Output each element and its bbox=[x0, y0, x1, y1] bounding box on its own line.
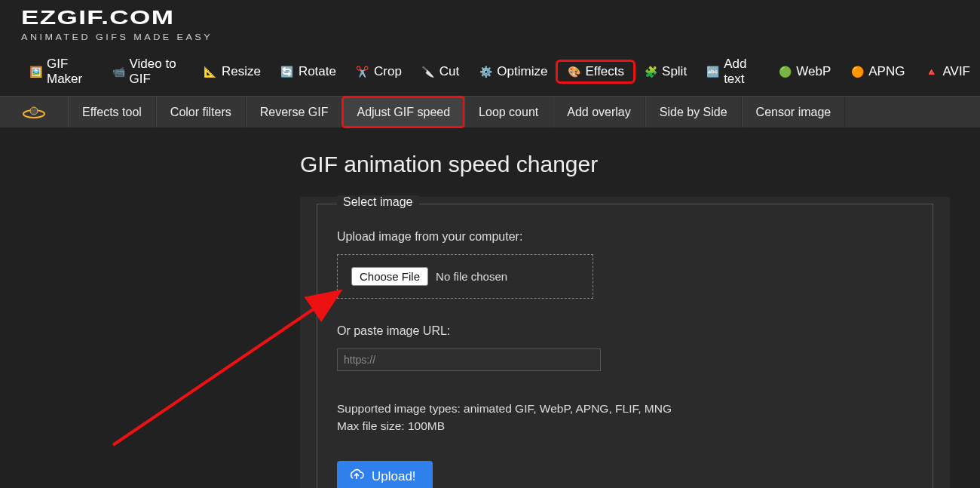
effects-icon: 🎨 bbox=[567, 65, 580, 78]
tab-add-overlay[interactable]: Add overlay bbox=[553, 97, 645, 127]
nav-item-label: Rotate bbox=[299, 64, 336, 79]
nav-item-crop[interactable]: ✂️Crop bbox=[346, 61, 412, 82]
supported-types: Supported image types: animated GIF, Web… bbox=[337, 400, 913, 417]
crop-icon: ✂️ bbox=[356, 65, 369, 78]
nav-item-label: GIF Maker bbox=[47, 57, 93, 87]
tab-censor-image[interactable]: Censor image bbox=[742, 97, 846, 127]
nav-item-effects[interactable]: 🎨Effects bbox=[557, 61, 634, 82]
file-status: No file chosen bbox=[436, 270, 507, 283]
secondary-nav: Effects toolColor filtersReverse GIFAdju… bbox=[0, 96, 980, 127]
nav-item-webp[interactable]: 🟢WebP bbox=[768, 61, 841, 82]
nav-item-label: Add text bbox=[724, 57, 758, 87]
svg-point-1 bbox=[30, 107, 38, 115]
url-label: Or paste image URL: bbox=[337, 324, 913, 338]
nav-item-label: Optimize bbox=[497, 64, 547, 79]
nav-item-cut[interactable]: 🔪Cut bbox=[412, 61, 469, 82]
split-icon: 🧩 bbox=[644, 65, 657, 78]
form-panel: Select image Upload image from your comp… bbox=[300, 197, 950, 488]
choose-file-button[interactable]: Choose File bbox=[351, 267, 428, 286]
wand-icon bbox=[0, 97, 68, 127]
nav-item-avif[interactable]: 🔺AVIF bbox=[914, 61, 980, 82]
nav-item-add-text[interactable]: 🔤Add text bbox=[697, 54, 768, 90]
brand-header: EZGIF.COM ANIMATED GIFS MADE EASY bbox=[0, 0, 980, 48]
nav-item-split[interactable]: 🧩Split bbox=[634, 61, 697, 82]
webp-icon: 🟢 bbox=[778, 65, 792, 78]
url-input[interactable] bbox=[337, 348, 601, 371]
nav-item-label: WebP bbox=[796, 64, 831, 79]
nav-item-gif-maker[interactable]: 🖼️GIF Maker bbox=[20, 54, 103, 90]
tab-reverse-gif[interactable]: Reverse GIF bbox=[246, 97, 343, 127]
primary-nav: 🖼️GIF Maker📹Video to GIF📐Resize🔄Rotate✂️… bbox=[0, 48, 980, 96]
avif-icon: 🔺 bbox=[924, 65, 938, 78]
max-file-size: Max file size: 100MB bbox=[337, 417, 913, 434]
nav-item-rotate[interactable]: 🔄Rotate bbox=[271, 61, 346, 82]
brand-subtitle: ANIMATED GIFS MADE EASY bbox=[21, 32, 213, 41]
nav-item-label: APNG bbox=[868, 64, 905, 79]
tab-side-by-side[interactable]: Side by Side bbox=[645, 97, 742, 127]
upload-button-label: Upload! bbox=[372, 469, 416, 484]
gifmaker-icon: 🖼️ bbox=[29, 65, 42, 78]
apng-icon: 🟠 bbox=[850, 65, 864, 78]
page-title: GIF animation speed changer bbox=[300, 152, 980, 177]
nav-item-label: Split bbox=[662, 64, 687, 79]
nav-item-apng[interactable]: 🟠APNG bbox=[841, 61, 914, 82]
nav-item-label: Crop bbox=[374, 64, 402, 79]
resize-icon: 📐 bbox=[204, 65, 217, 78]
select-image-fieldset: Select image Upload image from your comp… bbox=[317, 197, 933, 488]
cut-icon: 🔪 bbox=[421, 65, 435, 78]
tab-effects-tool[interactable]: Effects tool bbox=[68, 97, 156, 127]
tab-adjust-gif-speed[interactable]: Adjust GIF speed bbox=[342, 97, 464, 127]
addtext-icon: 🔤 bbox=[706, 65, 719, 78]
optimize-icon: ⚙️ bbox=[479, 65, 492, 78]
tab-color-filters[interactable]: Color filters bbox=[156, 97, 246, 127]
upload-button[interactable]: Upload! bbox=[337, 461, 433, 489]
fieldset-legend: Select image bbox=[337, 195, 419, 209]
upload-label: Upload image from your computer: bbox=[337, 230, 913, 244]
nav-item-optimize[interactable]: ⚙️Optimize bbox=[469, 61, 557, 82]
nav-item-resize[interactable]: 📐Resize bbox=[194, 61, 271, 82]
rotate-icon: 🔄 bbox=[280, 65, 294, 78]
nav-item-label: AVIF bbox=[942, 64, 970, 79]
brand-title: EZGIF.COM bbox=[21, 6, 174, 29]
main-content: GIF animation speed changer Select image… bbox=[0, 127, 980, 488]
cloud-upload-icon bbox=[349, 468, 364, 486]
nav-item-video-to-gif[interactable]: 📹Video to GIF bbox=[103, 54, 194, 90]
nav-item-label: Effects bbox=[585, 64, 624, 79]
tab-loop-count[interactable]: Loop count bbox=[464, 97, 553, 127]
nav-item-label: Cut bbox=[439, 64, 459, 79]
file-drop-box[interactable]: Choose File No file chosen bbox=[337, 254, 593, 299]
nav-item-label: Video to GIF bbox=[130, 57, 184, 87]
nav-item-label: Resize bbox=[222, 64, 261, 79]
video-icon: 📹 bbox=[112, 65, 125, 78]
